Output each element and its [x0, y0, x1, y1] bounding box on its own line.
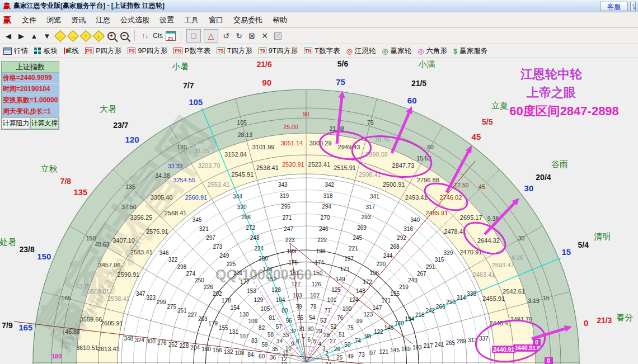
pan-down-icon[interactable]: ↓	[93, 30, 104, 41]
pin-icon[interactable]	[273, 30, 283, 41]
collapse-tool[interactable]: ✕	[260, 30, 270, 41]
spiral-number: 153	[247, 288, 256, 294]
ribbon-item-7[interactable]: T99T四方形	[259, 46, 298, 56]
nav-up-icon[interactable]: ▲	[29, 30, 39, 41]
customer-service-button[interactable]: 客服	[600, 2, 628, 11]
sector-degree-label: 75	[336, 77, 345, 87]
pan-left-icon[interactable]: ←	[55, 30, 65, 41]
pan-up-icon[interactable]: ↑	[81, 30, 91, 41]
spiral-number: 99	[356, 318, 363, 324]
calc-support-button[interactable]: 计算支撑	[30, 117, 59, 129]
spiral-number: 146	[384, 325, 393, 331]
price-outer-value: 2695.17	[460, 214, 482, 221]
spiral-number: 74	[355, 338, 362, 344]
sector-degree-label: 135	[73, 187, 87, 197]
menu-item-3[interactable]: 江恩	[91, 14, 115, 26]
annotation-text: 60度区间2847-2898	[509, 104, 619, 118]
spiral-number: 174	[315, 259, 324, 266]
menu-item-1[interactable]: 浏览	[41, 14, 66, 26]
spiral-number: 8	[296, 338, 299, 344]
spiral-number: 224	[254, 245, 264, 252]
price-inner-value: 2485.91	[426, 210, 448, 216]
solar-term-label: 谷雨	[551, 159, 568, 169]
menu-item-7[interactable]: 窗口	[204, 14, 228, 26]
spiral-number: 292	[397, 235, 406, 241]
spiral-number: 55	[297, 315, 304, 321]
spiral-number: 79	[295, 304, 302, 310]
ribbon-item-0[interactable]: 行情	[3, 46, 28, 56]
ribbon-item-10[interactable]: ◎赢家轮	[382, 46, 411, 56]
boxed-x-tool[interactable]: ⊠	[247, 30, 257, 41]
menu-item-2[interactable]: 资讯	[66, 14, 91, 26]
ribbon-item-3[interactable]: PSP四方形	[85, 46, 121, 56]
price-outer-value: 2542.61	[503, 288, 525, 295]
ribbon-item-11[interactable]: ◎六角形	[417, 46, 447, 56]
calendar-icon[interactable]: 21	[166, 30, 176, 41]
spiral-number: 317	[365, 204, 375, 210]
updown-icon[interactable]: ↑↓	[140, 30, 150, 41]
menu-item-8[interactable]: 交易委托	[228, 14, 268, 26]
price-inner-value: 2613.41	[97, 346, 120, 352]
spiral-number: 293	[362, 214, 371, 220]
nav-next-icon[interactable]: ▶	[16, 30, 26, 41]
rect-tool[interactable]: □	[186, 29, 201, 42]
degree-tick: 30	[518, 235, 525, 242]
spiral-number: 107	[240, 333, 249, 339]
spiral-number: 246	[319, 226, 329, 232]
spiral-number: 267	[417, 271, 426, 277]
spiral-number: 276	[157, 340, 167, 346]
triangle-tool[interactable]: △	[204, 29, 218, 42]
rotate-ccw-tool[interactable]: ↺	[221, 30, 231, 41]
ribbon-item-8[interactable]: TNT数字表	[304, 46, 340, 56]
zoom-in-icon[interactable]: +	[106, 30, 116, 41]
spiral-number: 98	[365, 333, 372, 339]
ribbon-label: 赢家服务	[459, 46, 487, 56]
solar-term-label: 小暑	[171, 62, 189, 71]
ribbon-item-2[interactable]: K线	[64, 46, 79, 56]
degree-tick: 45	[478, 183, 485, 190]
price-outer-value: 3051.14	[280, 140, 303, 146]
partial-button[interactable]: 讠	[630, 2, 636, 11]
menu-item-5[interactable]: 设置	[154, 14, 179, 26]
nav-down-icon[interactable]: ▼	[42, 30, 52, 41]
pan-right-icon[interactable]: →	[68, 30, 78, 41]
cls-button[interactable]: Cls	[153, 30, 163, 41]
spiral-number: 29	[316, 328, 322, 334]
rotate-cw-tool[interactable]: ↻	[234, 30, 244, 41]
ribbon-item-1[interactable]: 板块	[34, 46, 58, 56]
main-toolbar: ◀▶▲▼←→↑↓+−↑↓Cls21□△↺↻⊠✕	[0, 28, 638, 44]
spiral-number: 3	[322, 346, 326, 352]
menu-item-9[interactable]: 帮助	[268, 14, 292, 26]
quote-table-icon	[3, 48, 12, 55]
zoom-out-icon[interactable]: −	[119, 30, 129, 41]
sector-date-label: 7/7	[183, 81, 194, 90]
spiral-number: 251	[177, 308, 187, 314]
menu-item-6[interactable]: 工具	[179, 14, 204, 26]
price-outer-value: 3152.84	[224, 151, 247, 158]
badge-icon-PN: PN	[173, 48, 182, 54]
sector-degree-label: 120	[125, 135, 139, 144]
ribbon-item-9[interactable]: ◎江恩轮	[346, 46, 376, 56]
ribbon-item-6[interactable]: TST四方形	[217, 46, 252, 56]
spiral-number: 25	[336, 354, 343, 361]
spiral-number: 36	[270, 354, 276, 361]
calc-resistance-button[interactable]: 计算阻力	[2, 117, 30, 129]
spiral-number: 322	[168, 257, 178, 263]
ribbon-item-12[interactable]: $赢家服务	[453, 46, 487, 56]
spiral-number: 2	[325, 351, 329, 357]
sector-degree-label: 60	[407, 96, 417, 105]
spiral-number: 197	[344, 256, 354, 262]
spiral-number: 265	[445, 340, 455, 346]
degree-tick: 90	[303, 111, 309, 117]
ribbon-item-5[interactable]: PNP数字表	[173, 46, 210, 56]
gann-wheel-chart[interactable]: 1234567891011121324252627282930313233343…	[0, 58, 638, 364]
spiral-number: 12	[281, 356, 288, 362]
nav-prev-icon[interactable]: ◀	[3, 30, 13, 41]
badge-icon-T9: T9	[259, 48, 266, 54]
menu-item-4[interactable]: 公式选股	[115, 14, 154, 26]
title-bar: 赢 赢家江恩专业版[赢家服务平台] - [上证指数 江恩轮] 客服讠	[0, 0, 638, 12]
menu-item-0[interactable]: 文件	[17, 14, 41, 26]
ribbon-item-4[interactable]: P99P四方形	[128, 46, 167, 56]
spiral-number: 150	[313, 270, 323, 276]
spiral-number: 266	[436, 304, 445, 310]
